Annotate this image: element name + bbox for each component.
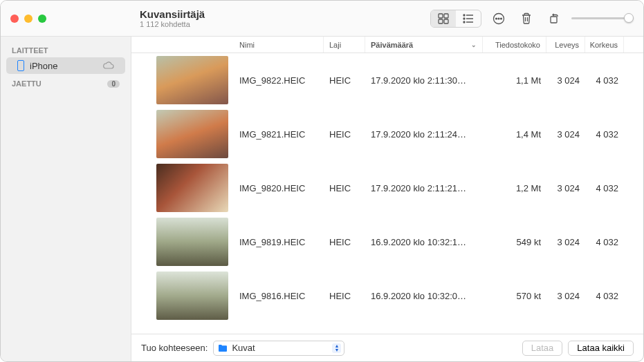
download-all-button[interactable]: Lataa kaikki: [568, 341, 634, 356]
file-size: 1,4 Mt: [483, 129, 546, 140]
window-controls: [1, 15, 131, 23]
close-window-button[interactable]: [10, 15, 19, 23]
svg-point-6: [463, 18, 465, 19]
delete-button[interactable]: [516, 10, 537, 27]
svg-rect-3: [444, 19, 448, 23]
shared-count-badge: 0: [107, 80, 120, 88]
file-width: 3 024: [546, 129, 585, 140]
svg-point-11: [496, 18, 497, 19]
more-options-button[interactable]: [488, 10, 509, 27]
cloud-icon: [103, 61, 114, 70]
thumbnail: [156, 272, 228, 320]
stepper-icon: ▲▼: [332, 343, 341, 353]
svg-point-13: [501, 18, 502, 19]
svg-point-12: [498, 18, 499, 19]
file-height: 4 032: [585, 183, 624, 193]
file-size: 570 kt: [483, 291, 546, 301]
device-label: iPhone: [30, 61, 57, 71]
sidebar-heading-devices: LAITTEET: [1, 42, 131, 56]
titlebar: Kuvansiirtäjä 1 112 kohdetta: [1, 1, 643, 37]
file-rows: IMG_9822.HEICHEIC17.9.2020 klo 2:11:30…1…: [131, 53, 643, 334]
file-date: 16.9.2020 klo 10:32:1…: [365, 237, 483, 247]
file-name: IMG_9821.HEIC: [234, 129, 324, 140]
app-window: Kuvansiirtäjä 1 112 kohdetta: [0, 0, 644, 362]
col-height[interactable]: Korkeus: [585, 37, 624, 53]
col-name[interactable]: Nimi: [234, 37, 324, 53]
thumbnail: [156, 56, 228, 104]
file-type: HEIC: [324, 291, 365, 301]
file-date: 16.9.2020 klo 10:32:0…: [365, 291, 483, 301]
table-row[interactable]: IMG_9819.HEICHEIC16.9.2020 klo 10:32:1…5…: [131, 215, 643, 269]
minimize-window-button[interactable]: [24, 15, 33, 23]
file-height: 4 032: [585, 75, 624, 86]
grid-view-button[interactable]: [431, 10, 456, 27]
file-height: 4 032: [585, 129, 624, 140]
col-size[interactable]: Tiedostokoko: [483, 37, 546, 53]
title-area: Kuvansiirtäjä 1 112 kohdetta: [131, 8, 430, 28]
sidebar-item-iphone[interactable]: iPhone: [6, 57, 125, 74]
file-type: HEIC: [324, 183, 365, 193]
phone-icon: [17, 60, 24, 71]
table-row[interactable]: IMG_9816.HEICHEIC16.9.2020 klo 10:32:0…5…: [131, 269, 643, 323]
table-row[interactable]: IMG_9822.HEICHEIC17.9.2020 klo 2:11:30…1…: [131, 53, 643, 107]
thumbnail: [156, 164, 228, 212]
table-row[interactable]: IMG_9820.HEICHEIC17.9.2020 klo 2:11:21…1…: [131, 161, 643, 215]
main-content: Nimi Laji Päivämäärä ⌄ Tiedostokoko Leve…: [131, 37, 643, 361]
toolbar: [430, 10, 643, 28]
file-width: 3 024: [546, 291, 585, 301]
file-name: IMG_9822.HEIC: [234, 75, 324, 86]
file-size: 1,2 Mt: [483, 183, 546, 193]
file-date: 17.9.2020 klo 2:11:21…: [365, 183, 483, 193]
file-width: 3 024: [546, 75, 585, 86]
table-row[interactable]: IMG_9821.HEICHEIC17.9.2020 klo 2:11:24…1…: [131, 107, 643, 161]
thumbnail: [156, 218, 228, 266]
file-name: IMG_9819.HEIC: [234, 237, 324, 247]
chevron-down-icon: ⌄: [471, 41, 477, 48]
file-name: IMG_9820.HEIC: [234, 183, 324, 193]
body: LAITTEET iPhone JAETTU 0 Nimi Laji Päivä…: [1, 37, 643, 361]
svg-rect-16: [551, 17, 557, 23]
file-date: 17.9.2020 klo 2:11:24…: [365, 129, 483, 140]
svg-rect-0: [439, 14, 443, 18]
file-size: 1,1 Mt: [483, 75, 546, 86]
zoom-window-button[interactable]: [38, 15, 46, 23]
col-width[interactable]: Leveys: [546, 37, 585, 53]
import-to-label: Tuo kohteeseen:: [141, 343, 208, 353]
app-title: Kuvansiirtäjä: [140, 8, 430, 20]
file-date: 17.9.2020 klo 2:11:30…: [365, 75, 483, 86]
column-headers: Nimi Laji Päivämäärä ⌄ Tiedostokoko Leve…: [131, 37, 643, 53]
file-height: 4 032: [585, 291, 624, 301]
file-height: 4 032: [585, 237, 624, 247]
svg-rect-1: [444, 14, 448, 18]
sidebar: LAITTEET iPhone JAETTU 0: [1, 37, 131, 361]
download-button[interactable]: Lataa: [522, 341, 563, 356]
footer: Tuo kohteeseen: Kuvat ▲▼ Lataa Lataa kai…: [131, 334, 643, 361]
col-type[interactable]: Laji: [324, 37, 365, 53]
svg-point-8: [463, 21, 465, 23]
sidebar-heading-shared: JAETTU 0: [1, 75, 131, 89]
svg-rect-2: [439, 19, 443, 23]
view-switcher: [430, 10, 481, 28]
file-type: HEIC: [324, 237, 365, 247]
file-size: 549 kt: [483, 237, 546, 247]
file-type: HEIC: [324, 75, 365, 86]
thumbnail-size-slider[interactable]: [571, 17, 634, 19]
destination-popup[interactable]: Kuvat ▲▼: [213, 341, 344, 356]
file-name: IMG_9816.HEIC: [234, 291, 324, 301]
svg-point-4: [463, 15, 465, 16]
file-type: HEIC: [324, 129, 365, 140]
destination-label: Kuvat: [232, 343, 255, 353]
item-count: 1 112 kohdetta: [140, 20, 430, 28]
file-width: 3 024: [546, 183, 585, 193]
list-view-button[interactable]: [456, 10, 481, 27]
folder-icon: [218, 344, 228, 352]
rotate-button[interactable]: [544, 10, 564, 27]
thumbnail: [156, 110, 228, 158]
file-width: 3 024: [546, 237, 585, 247]
col-date[interactable]: Päivämäärä ⌄: [365, 37, 483, 53]
